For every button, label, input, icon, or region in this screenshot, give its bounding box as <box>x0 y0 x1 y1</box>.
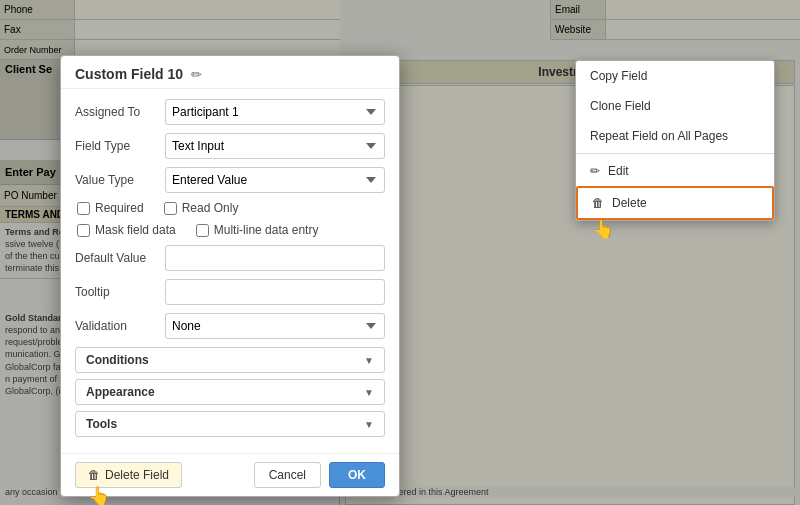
multi-line-checkbox[interactable] <box>196 224 209 237</box>
appearance-row[interactable]: Appearance ▼ <box>75 379 385 405</box>
default-value-row: Default Value <box>75 245 385 271</box>
default-value-input[interactable] <box>165 245 385 271</box>
mask-field-checkbox[interactable] <box>77 224 90 237</box>
context-menu: Copy Field Clone Field Repeat Field on A… <box>575 60 775 221</box>
context-menu-item-delete[interactable]: 🗑 Delete 👆 <box>576 186 774 220</box>
assigned-to-row: Assigned To Participant 1Participant 2Al… <box>75 99 385 125</box>
checkbox-group-2: Mask field data Multi-line data entry <box>75 223 385 237</box>
appearance-chevron-icon: ▼ <box>364 387 374 398</box>
modal-footer: 🗑 Delete Field 👆 Cancel OK <box>61 453 399 496</box>
field-type-select[interactable]: Text InputNumberDateDropdown <box>165 133 385 159</box>
conditions-label: Conditions <box>86 353 149 367</box>
copy-field-label: Copy Field <box>590 69 647 83</box>
context-menu-divider <box>576 153 774 154</box>
value-type-select[interactable]: Entered ValueCalculated Value <box>165 167 385 193</box>
cancel-label: Cancel <box>269 468 306 482</box>
checkbox-group-1: Required Read Only <box>75 201 385 215</box>
edit-icon-context: ✏ <box>590 164 600 178</box>
delete-field-button[interactable]: 🗑 Delete Field 👆 <box>75 462 182 488</box>
context-menu-item-repeat[interactable]: Repeat Field on All Pages <box>576 121 774 151</box>
tooltip-input[interactable] <box>165 279 385 305</box>
field-type-row: Field Type Text InputNumberDateDropdown <box>75 133 385 159</box>
context-menu-item-copy[interactable]: Copy Field <box>576 61 774 91</box>
tools-label: Tools <box>86 417 117 431</box>
modal-body: Assigned To Participant 1Participant 2Al… <box>61 89 399 453</box>
custom-field-modal: Custom Field 10 ✏ Assigned To Participan… <box>60 55 400 497</box>
default-value-label: Default Value <box>75 251 165 265</box>
edit-label: Edit <box>608 164 629 178</box>
context-menu-item-edit[interactable]: ✏ Edit <box>576 156 774 186</box>
ok-button[interactable]: OK <box>329 462 385 488</box>
tooltip-label: Tooltip <box>75 285 165 299</box>
conditions-row[interactable]: Conditions ▼ <box>75 347 385 373</box>
required-checkbox-item: Required <box>77 201 144 215</box>
required-label: Required <box>95 201 144 215</box>
validation-select[interactable]: NoneEmailPhoneNumber <box>165 313 385 339</box>
conditions-chevron-icon: ▼ <box>364 355 374 366</box>
required-checkbox[interactable] <box>77 202 90 215</box>
validation-row: Validation NoneEmailPhoneNumber <box>75 313 385 339</box>
delete-icon-context: 🗑 <box>592 196 604 210</box>
repeat-field-label: Repeat Field on All Pages <box>590 129 728 143</box>
multi-line-label: Multi-line data entry <box>214 223 319 237</box>
multi-line-checkbox-item: Multi-line data entry <box>196 223 319 237</box>
delete-label: Delete Field <box>105 468 169 482</box>
validation-label: Validation <box>75 319 165 333</box>
tooltip-row: Tooltip <box>75 279 385 305</box>
assigned-to-select[interactable]: Participant 1Participant 2All Participan… <box>165 99 385 125</box>
tools-row[interactable]: Tools ▼ <box>75 411 385 437</box>
cancel-button[interactable]: Cancel <box>254 462 321 488</box>
mask-field-checkbox-item: Mask field data <box>77 223 176 237</box>
read-only-label: Read Only <box>182 201 239 215</box>
value-type-row: Value Type Entered ValueCalculated Value <box>75 167 385 193</box>
modal-title: Custom Field 10 <box>75 66 183 82</box>
clone-field-label: Clone Field <box>590 99 651 113</box>
appearance-label: Appearance <box>86 385 155 399</box>
modal-header: Custom Field 10 ✏ <box>61 56 399 89</box>
tools-chevron-icon: ▼ <box>364 419 374 430</box>
field-type-label: Field Type <box>75 139 165 153</box>
delete-label-context: Delete <box>612 196 647 210</box>
context-cursor-icon: 👆 <box>592 218 614 240</box>
value-type-label: Value Type <box>75 173 165 187</box>
read-only-checkbox-item: Read Only <box>164 201 239 215</box>
read-only-checkbox[interactable] <box>164 202 177 215</box>
context-menu-item-clone[interactable]: Clone Field <box>576 91 774 121</box>
ok-label: OK <box>348 468 366 482</box>
assigned-to-label: Assigned To <box>75 105 165 119</box>
cursor-hand-icon: 👆 <box>88 485 110 505</box>
mask-field-label: Mask field data <box>95 223 176 237</box>
delete-icon: 🗑 <box>88 468 100 482</box>
title-edit-icon[interactable]: ✏ <box>191 67 202 82</box>
